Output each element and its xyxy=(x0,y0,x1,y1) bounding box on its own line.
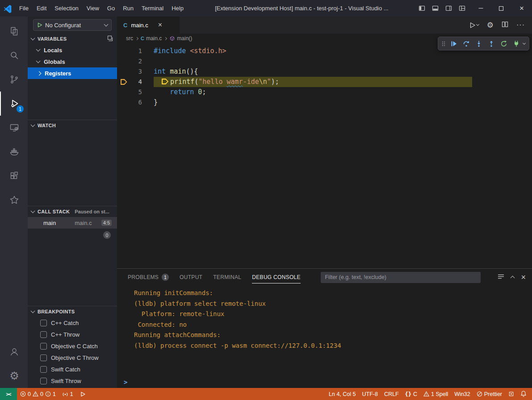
variables-item-locals[interactable]: Locals xyxy=(28,44,117,56)
breadcrumb-symbol[interactable]: main() xyxy=(169,35,192,42)
tab-main-c[interactable]: C main.c × xyxy=(117,17,180,33)
code-line-3[interactable]: 3int main(){ xyxy=(117,67,532,77)
breadcrumb-folder[interactable]: src xyxy=(126,35,133,42)
eol-sequence[interactable]: CRLF xyxy=(381,388,402,400)
collapse-all-icon[interactable] xyxy=(107,35,113,42)
run-file-button[interactable] xyxy=(469,22,479,29)
stack-frame-row[interactable]: main main.c 4:5 xyxy=(28,217,117,229)
more-actions-icon[interactable]: ··· xyxy=(516,21,525,29)
menu-go[interactable]: Go xyxy=(103,0,119,17)
maximize-button[interactable] xyxy=(491,0,511,17)
menu-view[interactable]: View xyxy=(83,0,103,17)
console-input-row[interactable]: > xyxy=(117,376,532,388)
notifications-bell-icon[interactable] xyxy=(517,388,532,400)
debug-status-icon[interactable] xyxy=(76,388,89,400)
code-line-2[interactable]: 2 xyxy=(117,56,532,67)
breakpoint-item[interactable]: Swift Catch xyxy=(28,363,117,375)
toggle-sidebar-icon[interactable] xyxy=(416,3,427,14)
close-panel-icon[interactable]: × xyxy=(521,273,526,282)
problems-status[interactable]: 0 0 1 xyxy=(17,388,59,400)
paused-breakpoint-icon[interactable] xyxy=(117,77,130,87)
breakpoint-item[interactable]: C++ Catch xyxy=(28,317,117,329)
menu-run[interactable]: Run xyxy=(119,0,138,17)
checkbox[interactable] xyxy=(40,331,47,338)
run-and-debug-icon[interactable]: 1 xyxy=(0,92,28,116)
step-over-button[interactable] xyxy=(461,38,472,50)
split-editor-icon[interactable] xyxy=(502,21,508,29)
call-stack-header[interactable]: CALL STACK Paused on st... xyxy=(28,206,117,217)
panel-tab-output[interactable]: OUTPUT xyxy=(180,269,202,286)
star-icon[interactable] xyxy=(0,188,28,212)
encoding[interactable]: UTF-8 xyxy=(359,388,381,400)
ports-status[interactable]: 1 xyxy=(59,388,76,400)
glyph-margin[interactable] xyxy=(117,67,130,77)
settings-gear-icon[interactable]: ⚙ xyxy=(0,364,28,388)
restart-button[interactable] xyxy=(498,38,510,50)
variables-item-globals[interactable]: Globals xyxy=(28,56,117,67)
glyph-margin[interactable] xyxy=(117,97,130,108)
gear-icon[interactable]: ⚙ xyxy=(487,21,494,29)
remote-explorer-icon[interactable] xyxy=(0,116,28,140)
menu-edit[interactable]: Edit xyxy=(33,0,50,17)
cursor-position[interactable]: Ln 4, Col 5 xyxy=(326,388,359,400)
breakpoint-item[interactable]: Swift Throw xyxy=(28,375,117,387)
explorer-icon[interactable] xyxy=(0,19,28,43)
breakpoint-item[interactable]: C++ Throw xyxy=(28,329,117,340)
code-line-6[interactable]: 6} xyxy=(117,97,532,108)
menu-selection[interactable]: Selection xyxy=(50,0,82,17)
disconnect-button[interactable] xyxy=(511,38,522,50)
formatter-status[interactable]: Prettier xyxy=(473,388,505,400)
variables-header[interactable]: VARIABLES xyxy=(28,33,117,44)
variables-item-registers[interactable]: Registers xyxy=(28,67,117,79)
account-icon[interactable] xyxy=(0,340,28,364)
breakpoints-header[interactable]: BREAKPOINTS xyxy=(28,306,117,317)
checkbox[interactable] xyxy=(40,354,47,361)
debug-config-dropdown[interactable]: No Configurat xyxy=(33,19,112,31)
extensions-icon[interactable] xyxy=(0,164,28,188)
spell-checker-status[interactable]: 1 Spell xyxy=(420,388,451,400)
panel-tab-problems[interactable]: PROBLEMS1 xyxy=(128,269,169,286)
chevron-down-icon[interactable] xyxy=(523,41,526,44)
language-mode[interactable]: {} C xyxy=(402,388,420,400)
glyph-margin[interactable] xyxy=(117,56,130,67)
checkbox[interactable] xyxy=(40,378,47,384)
docker-icon[interactable] xyxy=(0,140,28,164)
console-filter-input[interactable] xyxy=(321,272,481,283)
glyph-margin[interactable] xyxy=(117,46,130,56)
continue-button[interactable] xyxy=(448,38,460,50)
start-debug-icon[interactable] xyxy=(37,22,42,28)
step-into-button[interactable] xyxy=(473,38,485,50)
code-editor[interactable]: 1#include <stdio.h>23int main(){4 printf… xyxy=(117,43,532,268)
code-line-5[interactable]: 5 return 0; xyxy=(117,87,532,97)
remote-indicator[interactable]: >< xyxy=(0,388,17,400)
step-out-button[interactable] xyxy=(486,38,497,50)
extension-status-icon[interactable] xyxy=(505,388,517,400)
code-line-4[interactable]: 4 printf("hello wamr-ide\n"); xyxy=(117,77,532,87)
search-icon[interactable] xyxy=(0,43,28,67)
toggle-secondary-sidebar-icon[interactable] xyxy=(443,3,454,14)
checkbox[interactable] xyxy=(40,343,47,350)
panel-tab-terminal[interactable]: TERMINAL xyxy=(213,269,241,286)
maximize-panel-icon[interactable] xyxy=(511,276,515,280)
close-button[interactable]: × xyxy=(511,0,532,17)
menu-file[interactable]: File xyxy=(15,0,33,17)
glyph-margin[interactable] xyxy=(117,87,130,97)
minimize-button[interactable] xyxy=(470,0,491,17)
source-control-icon[interactable] xyxy=(0,67,28,92)
tab-close-icon[interactable]: × xyxy=(158,21,162,29)
breadcrumb-file[interactable]: C main.c xyxy=(141,35,162,42)
breakpoint-item[interactable]: Objective C Catch xyxy=(28,340,117,352)
watch-header[interactable]: WATCH xyxy=(28,120,117,131)
customize-layout-icon[interactable] xyxy=(456,3,468,14)
menu-terminal[interactable]: Terminal xyxy=(138,0,168,17)
checkbox[interactable] xyxy=(40,366,47,373)
menu-help[interactable]: Help xyxy=(168,0,188,17)
debug-console[interactable]: Running initCommands:(lldb) platform sel… xyxy=(117,286,532,376)
toggle-panel-icon[interactable] xyxy=(429,3,441,14)
checkbox[interactable] xyxy=(40,320,47,326)
drag-handle[interactable] xyxy=(440,38,447,50)
platform-target[interactable]: Win32 xyxy=(451,388,473,400)
console-options-icon[interactable] xyxy=(498,274,504,281)
breakpoint-item[interactable]: Objective C Throw xyxy=(28,352,117,363)
panel-tab-debug-console[interactable]: DEBUG CONSOLE xyxy=(252,269,301,286)
